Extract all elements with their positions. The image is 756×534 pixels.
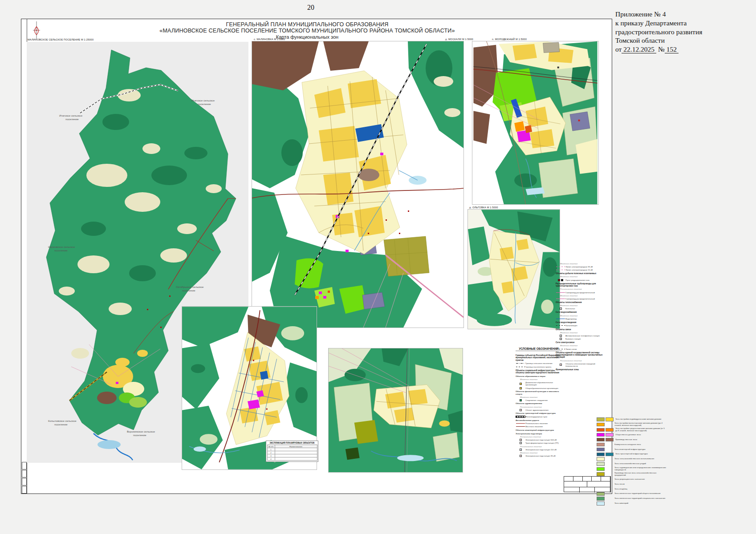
molodezhny-map [472,41,598,204]
stamp-cell [583,477,592,481]
legend-entry-label: Водопровод [565,318,607,320]
stamp-cell [573,477,583,481]
legend-header: Объекты единой государственной системы п… [556,352,607,359]
legend-symbol-sq-grey [556,338,565,340]
legend-symbol-line-blue [556,319,565,319]
stamp-cell [564,477,573,481]
explication-row: 1 [267,448,317,451]
app-canvas: { "page": { "number": "20", "annex": { "… [0,0,756,534]
legend-zone-row: Зона застройки малоэтажными жилыми домам… [597,422,667,426]
zone-swatch [597,423,613,427]
explication-row-number: 3 [267,454,275,457]
zone-label: Зоны сельскохозяйственного использования [613,458,654,460]
zone-swatch [597,457,613,461]
legend-zone-row: Общественно-деловые зоны [597,433,667,437]
zone-label: Зона застройки малоэтажными жилыми домам… [613,422,667,426]
legend-header: Объекты транспортной инфраструктуры [516,412,561,414]
legend-entry-label: Железнодорожные пути [525,416,561,418]
legend-header: Объекты социальной инфраструктуры, объек… [516,369,561,374]
explication-grid: № п/п Наименование 1234 [267,445,317,461]
legend-header: Объекты образования и науки [516,375,561,377]
annex-line: Приложение № 4 [615,10,704,19]
explication-row-name [275,448,317,451]
moskali-panel-label: д. МОСКАЛИ М 1:5000 [445,38,473,40]
legend-row: Общеобразовательная организация [516,387,561,389]
legend-row: Граница населенного пункта [516,366,561,368]
legend-entry-label: Котельная [565,307,607,310]
zone-swatch [597,417,614,421]
explication-row: 4 [267,457,317,461]
legend-symbol-line-hatch [516,416,525,418]
annex-line: градостроительного развития [615,28,704,36]
page-number: 20 [289,4,333,12]
legend-row: Электрическая подстанция 500 кВ [516,439,561,441]
legend-header: Автомобильные дороги [516,419,561,421]
legend-row: Электрическая подстанция 110 кВ [516,449,561,451]
legend-subheader: Регионального значения [560,360,607,362]
legend-header: Сети электросвязи [556,341,607,344]
overview-panel-label: МАЛИНОВСКОЕ СЕЛЬСКОЕ ПОСЕЛЕНИЕ М 1:25000 [28,38,93,41]
olgovka-panel-label: д. ОЛЬГОВКА М 1:5000 [469,206,498,209]
legend-symbol-sq-blue [516,449,525,451]
stamp-cell [595,487,610,493]
legend-entry-label: Канализация [565,324,607,327]
legend-entry-label: Линия связи [565,348,607,350]
annex-number: 152 [665,45,679,53]
legend-entry-label: Автоматическая телефонная станция [565,335,607,337]
explication-row-name [275,457,317,461]
zone-swatch [597,472,613,476]
legend-entry-label: Газопровод распределительный [565,291,607,294]
legend-symbol-sq-red-black [556,279,565,281]
legend-subheader: Местного значения [560,275,607,278]
stamp-cell [601,477,610,481]
legend-row: Линия электропередачи 35 кВ [556,266,607,268]
legend-entry-label: Базовая станция [565,338,607,340]
legend-row: Линия электропередачи 10 кВ [556,269,607,271]
title-block-stamp [564,476,611,492]
legend-symbol-sq-red [516,455,525,457]
legend-column-right: Местного значенияЛиния электропередачи 3… [556,262,607,372]
annex-line: Томской области [615,36,704,45]
stamp-cell [592,477,601,481]
title-line-2: «МАЛИНОВСКОЕ СЕЛЬСКОЕ ПОСЕЛЕНИЕ ТОМСКОГО… [151,28,463,34]
zone-label: Коммунально-складская зона [613,444,641,446]
explication-row-number: 1 [267,448,275,451]
legend-entry-label: Общеобразовательная организация [525,387,561,389]
legend-row: Объект здравоохранения [516,409,561,411]
legend-entry-label: Трансформаторная подстанция (ТП) [525,442,561,444]
olgovka-map [468,210,560,329]
legend-row: Газопровод распределительный [556,291,607,294]
zone-label: Зона лесов [613,483,625,485]
legend-symbol-line-dash [516,367,525,367]
olgovka-map-panel [467,209,560,329]
neighbor-settlement-label: Воронинское сельское [127,430,155,433]
title-line-3: Карта функциональных зон [151,34,463,40]
zone-swatch [597,438,614,442]
legend-zone-row: Зона озелененных территорий специального… [597,497,667,501]
legend-header: Объекты теплоснабжения [556,301,607,303]
legend-entry-label: Линия электропередачи 35 кВ [565,266,607,268]
zone-swatch [597,497,613,501]
margin-box [22,478,27,485]
legend-row: Трансформаторная подстанция (ТП) [516,442,561,444]
legend-symbol-line-darkred [516,426,525,427]
malinovka-map-panel [252,41,464,328]
zone-label: Зона акваторий [613,502,628,505]
zone-label: Зона кладбищ [613,488,627,490]
legend-entry-label: Объект здравоохранения [525,409,561,411]
zone-swatch [597,462,613,466]
zone-swatch [597,453,614,457]
legend-symbol-sq-grey [556,307,565,310]
legend-entry-label: Объекты обеспечения пожарной безопасност… [565,363,607,367]
legend-entry-label: Местного значения [525,425,561,428]
annex-line: от22.12.2025 №152 [615,45,704,54]
legend-entry-label: Электрическая подстанция 110 кВ [525,449,561,451]
explication-col-name: Наименование [275,445,317,448]
explication-row: 3 [267,454,317,457]
legend-symbol-line-pink [556,292,565,293]
margin-box [22,462,27,469]
legend-header: Объекты здравоохранения [516,402,561,405]
legend-zone-row: Производственные зоны [597,438,667,442]
molodezhny-map-panel [472,41,599,205]
legend-entry-label: Регионального значения [525,422,561,425]
